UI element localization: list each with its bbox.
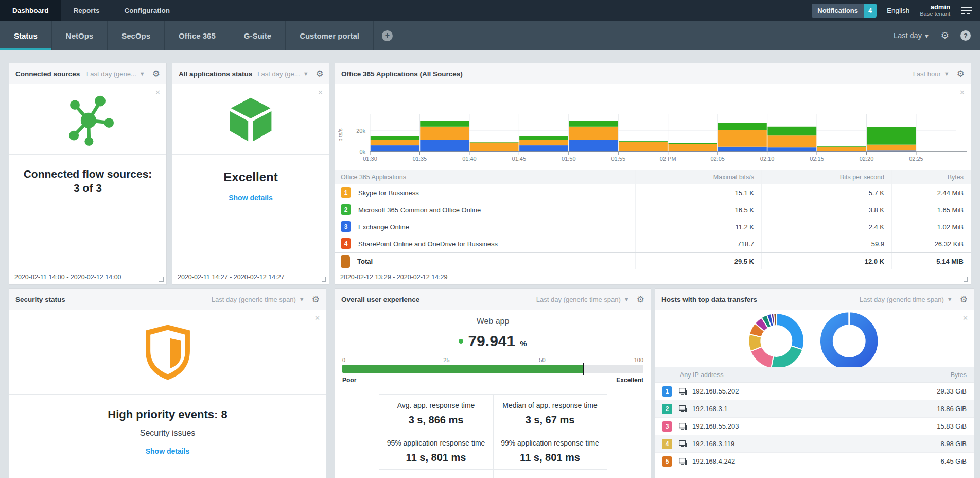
table-row[interactable]: 2192.168.3.118.86 GiB — [655, 400, 974, 418]
tab-g-suite[interactable]: G-Suite — [230, 21, 285, 50]
resize-handle[interactable] — [322, 277, 326, 282]
bytes-cell: 6.45 GiB — [844, 453, 974, 470]
office-365-stacked-area-chart: 01:3001:3501:4001:4501:5001:5502 PM02:05… — [336, 107, 971, 173]
tab-customer-portal[interactable]: Customer portal — [285, 21, 373, 50]
bits-per-second-cell: 3.8 K — [761, 201, 891, 218]
dashboard-settings-gear-icon[interactable]: ⚙ — [941, 31, 949, 40]
help-icon[interactable]: ? — [960, 30, 971, 41]
metric-value: 3 s, 866 ms — [379, 414, 493, 426]
top-tab-dashboard[interactable]: Dashboard — [0, 0, 61, 21]
widget-timespan-dropdown[interactable]: Last day (gene...▼ — [81, 70, 145, 78]
widget-all-applications-status: All applications status Last day (ge...▼… — [172, 63, 329, 285]
metric-label: Median of app. response time — [494, 401, 607, 409]
widget-timespan-dropdown[interactable]: Last hour▼ — [908, 70, 950, 78]
bytes-cell: 18.86 GiB — [844, 400, 974, 417]
column-header-bits-per-second[interactable]: Bits per second — [761, 170, 891, 184]
show-details-link[interactable]: Show details — [229, 194, 273, 202]
metric-cell-partial — [379, 470, 493, 478]
close-icon[interactable]: ✕ — [959, 89, 965, 96]
widget-timespan-dropdown[interactable]: Last day (generic time span)▼ — [531, 296, 629, 303]
widget-time-range: 2020-02-11 14:27 - 2020-02-12 14:27 — [178, 274, 285, 281]
notifications-button[interactable]: Notifications 4 — [812, 4, 877, 18]
column-header-applications[interactable]: Office 365 Applications — [335, 174, 635, 181]
column-header-ip[interactable]: Any IP address — [679, 371, 844, 379]
widget-timespan-dropdown[interactable]: Last day (generic time span)▼ — [854, 296, 953, 303]
table-row[interactable]: 4192.168.3.1198.98 GiB — [655, 435, 974, 453]
widget-body: ✕ Any IP address Bytes 1192.168.55.20229… — [655, 311, 974, 478]
gauge-tick-label: 0 — [342, 357, 345, 363]
chevron-down-icon: ▼ — [624, 296, 629, 302]
widget-title: Security status — [15, 296, 65, 303]
svg-text:01:35: 01:35 — [413, 156, 427, 162]
table-row[interactable]: 3Exchange Online11.2 K2.4 K1.02 MiB — [335, 218, 971, 235]
top-tabs: DashboardReportsConfiguration — [0, 0, 182, 21]
host-monitor-icon — [679, 423, 688, 430]
metric-cell-partial — [493, 470, 607, 478]
user-menu[interactable]: admin Base tenant — [920, 3, 950, 18]
svg-text:01:55: 01:55 — [611, 156, 625, 162]
ux-percentage-unit: % — [520, 339, 527, 348]
widget-hosts-top-data-transfers: Hosts with top data transfers Last day (… — [655, 288, 974, 478]
widget-settings-gear-icon[interactable]: ⚙ — [637, 295, 644, 304]
top-tab-reports[interactable]: Reports — [61, 0, 112, 21]
svg-text:0k: 0k — [359, 149, 365, 155]
table-row[interactable]: 3192.168.55.20315.83 GiB — [655, 418, 974, 435]
close-icon[interactable]: ✕ — [155, 89, 161, 96]
host-monitor-icon — [679, 388, 688, 395]
table-row[interactable]: 2Microsoft 365 Common and Office Online1… — [335, 201, 971, 218]
close-icon[interactable]: ✕ — [314, 314, 320, 322]
widget-header: Hosts with top data transfers Last day (… — [655, 289, 974, 310]
hamburger-menu-icon[interactable] — [960, 5, 973, 16]
metric-value: 11 s, 801 ms — [494, 452, 607, 464]
rank-badge-cell: 3 — [655, 421, 679, 432]
bytes-cell: 2.44 MiB — [891, 184, 971, 201]
metric-cell: Avg. app. response time3 s, 866 ms — [379, 395, 493, 432]
add-dashboard-tab-icon[interactable]: + — [382, 30, 393, 41]
widget-settings-gear-icon[interactable]: ⚙ — [152, 70, 160, 78]
tab-netops[interactable]: NetOps — [51, 21, 107, 50]
widget-body: ✕ High priority events: 8 Security issue… — [9, 311, 326, 478]
column-header-maximal-bits[interactable]: Maximal bits/s — [635, 170, 761, 184]
top-tab-configuration[interactable]: Configuration — [112, 0, 182, 21]
column-header-bytes[interactable]: Bytes — [891, 170, 971, 184]
resize-handle[interactable] — [964, 277, 968, 282]
icon-zone — [9, 311, 326, 395]
tab-office-365[interactable]: Office 365 — [164, 21, 230, 50]
table-total-row[interactable]: Total29.5 K12.0 K5.14 MiB — [335, 252, 971, 270]
bytes-cell: 29.33 GiB — [844, 383, 974, 400]
close-icon[interactable]: ✕ — [318, 89, 323, 96]
tab-status[interactable]: Status — [0, 21, 51, 50]
language-selector[interactable]: English — [887, 7, 909, 14]
bytes-cell: 1.65 MiB — [891, 201, 971, 218]
chevron-down-icon: ▼ — [944, 71, 950, 77]
widget-timespan-dropdown[interactable]: Last day (ge...▼ — [252, 70, 308, 78]
tab-secops[interactable]: SecOps — [107, 21, 164, 50]
icon-zone — [172, 85, 329, 155]
close-icon[interactable]: ✕ — [962, 314, 968, 322]
widget-settings-gear-icon[interactable]: ⚙ — [316, 70, 324, 78]
widget-settings-gear-icon[interactable]: ⚙ — [957, 70, 965, 78]
global-timespan-dropdown[interactable]: Last day ▼ — [894, 31, 930, 40]
table-rows: 1Skype for Bussiness15.1 K5.7 K2.44 MiB2… — [335, 184, 971, 270]
widget-title: Connected sources — [15, 70, 80, 78]
show-details-link[interactable]: Show details — [146, 447, 190, 455]
security-headline: High priority events: 8 — [9, 408, 326, 421]
widget-settings-gear-icon[interactable]: ⚙ — [960, 295, 968, 304]
table-row[interactable]: 1192.168.55.20229.33 GiB — [655, 383, 974, 400]
table-row[interactable]: 5192.168.4.2426.45 GiB — [655, 453, 974, 470]
chevron-down-icon: ▼ — [139, 71, 145, 77]
widget-settings-gear-icon[interactable]: ⚙ — [312, 295, 320, 304]
gauge-tick-labels: 02550100 — [342, 357, 643, 365]
column-header-bytes[interactable]: Bytes — [844, 367, 974, 382]
host-monitor-icon — [679, 405, 688, 413]
table-row[interactable]: 1Skype for Bussiness15.1 K5.7 K2.44 MiB — [335, 184, 971, 201]
widget-header: Overall user experience Last day (generi… — [335, 289, 651, 310]
widget-timespan-dropdown[interactable]: Last day (generic time span)▼ — [206, 296, 305, 303]
gauge-bar — [342, 365, 643, 373]
svg-text:02 PM: 02 PM — [660, 156, 676, 162]
user-name: admin — [920, 3, 950, 11]
bits-per-second-cell: 2.4 K — [761, 218, 891, 235]
table-row[interactable]: 4SharePoint Online and OneDrive for Buss… — [335, 235, 971, 252]
resize-handle[interactable] — [159, 277, 164, 282]
add-tab-wrap: + — [373, 21, 401, 50]
